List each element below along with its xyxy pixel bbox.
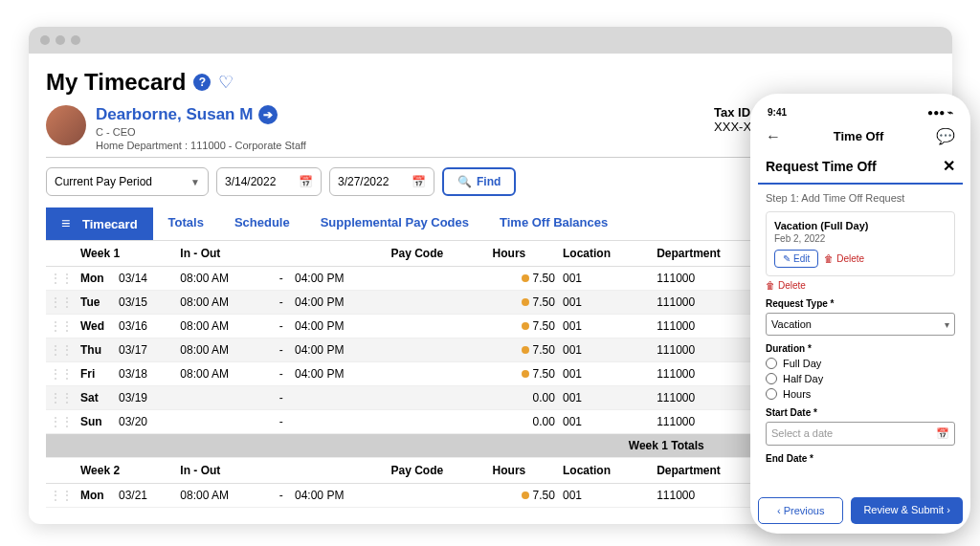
radio-icon: [766, 358, 777, 369]
start-date-input[interactable]: 3/14/2022 📅: [216, 167, 322, 196]
phone-heading: Request Time Off: [766, 159, 877, 174]
close-icon[interactable]: ✕: [943, 157, 955, 175]
tab-totals[interactable]: Totals: [153, 207, 219, 240]
trash-icon: 🗑: [766, 280, 775, 291]
window-chrome: [29, 27, 952, 54]
col-paycode: Pay Code: [388, 241, 489, 267]
col-week2: Week 2: [77, 458, 176, 484]
duration-option-hours[interactable]: Hours: [766, 388, 955, 400]
duration-label: Duration *: [766, 343, 955, 354]
tab-timecard[interactable]: Timecard: [46, 207, 153, 240]
find-button[interactable]: 🔍 Find: [442, 167, 516, 196]
help-icon[interactable]: ?: [193, 74, 211, 91]
employee-role: C - CEO: [96, 126, 704, 138]
window-dot: [40, 35, 50, 45]
calendar-icon: 📅: [412, 175, 426, 188]
duration-option-halfday[interactable]: Half Day: [766, 373, 955, 384]
request-type-label: Request Type *: [766, 298, 955, 309]
tab-supplemental[interactable]: Supplemental Pay Codes: [305, 207, 484, 240]
phone-status-bar: 9:41 ●●● ⌁: [758, 103, 963, 121]
phone-screen-title: Time Off: [834, 129, 884, 143]
search-icon: 🔍: [457, 175, 472, 188]
duration-option-fullday[interactable]: Full Day: [766, 358, 955, 369]
tab-schedule[interactable]: Schedule: [219, 207, 305, 240]
tab-balances[interactable]: Time Off Balances: [484, 207, 623, 240]
previous-button[interactable]: ‹ Previous: [758, 497, 843, 524]
drag-handle-icon[interactable]: ⋮⋮: [46, 315, 77, 339]
calendar-icon: 📅: [936, 427, 949, 440]
delete-all-link[interactable]: 🗑Delete: [766, 280, 955, 291]
radio-icon: [766, 388, 777, 400]
window-dot: [56, 35, 65, 45]
trash-icon: 🗑: [824, 253, 834, 264]
pencil-icon: ✎: [783, 253, 791, 264]
col-location: Location: [559, 241, 653, 267]
start-date-field[interactable]: Select a date📅: [766, 422, 955, 446]
drag-handle-icon[interactable]: ⋮⋮: [46, 291, 77, 315]
drag-handle-icon[interactable]: ⋮⋮: [46, 386, 77, 410]
signal-icon: ●●● ⌁: [927, 107, 953, 118]
end-date-label: End Date *: [766, 453, 955, 464]
radio-icon: [766, 373, 777, 384]
avatar: [46, 105, 86, 145]
employee-dept: Home Department : 111000 - Corporate Sta…: [96, 140, 704, 151]
end-date-value: 3/27/2022: [338, 175, 389, 188]
pay-period-value: Current Pay Period: [55, 175, 152, 188]
col-week: Week 1: [77, 241, 176, 267]
drag-handle-icon[interactable]: ⋮⋮: [46, 410, 77, 434]
review-submit-button[interactable]: Review & Submit ›: [851, 497, 963, 524]
next-employee-icon[interactable]: ➔: [258, 105, 278, 124]
chat-icon[interactable]: 💬: [936, 127, 955, 145]
employee-name: Dearborne, Susan M: [96, 105, 253, 124]
col-inout: In - Out: [176, 241, 387, 267]
menu-icon: [61, 215, 75, 232]
card-date: Feb 2, 2022: [774, 233, 947, 244]
request-type-select[interactable]: Vacation▾: [766, 313, 955, 336]
edit-button[interactable]: ✎Edit: [774, 250, 818, 268]
start-date-value: 3/14/2022: [225, 175, 276, 188]
chevron-down-icon: ▾: [945, 319, 949, 330]
delete-link[interactable]: 🗑Delete: [824, 253, 864, 264]
drag-handle-icon[interactable]: ⋮⋮: [46, 484, 77, 508]
back-icon[interactable]: ←: [766, 128, 781, 145]
end-date-input[interactable]: 3/27/2022 📅: [329, 167, 434, 196]
drag-handle-icon[interactable]: ⋮⋮: [46, 362, 77, 386]
pay-period-select[interactable]: Current Pay Period ▼: [46, 167, 209, 196]
phone-time: 9:41: [768, 107, 787, 118]
mobile-phone-mock: 9:41 ●●● ⌁ ← Time Off 💬 Request Time Off…: [750, 94, 970, 534]
drag-handle-icon[interactable]: ⋮⋮: [46, 339, 77, 362]
step-label: Step 1: Add Time Off Request: [766, 192, 955, 204]
chevron-down-icon: ▼: [190, 177, 200, 187]
find-label: Find: [477, 175, 501, 188]
page-title: My Timecard: [46, 69, 186, 96]
request-card: Vacation (Full Day) Feb 2, 2022 ✎Edit 🗑D…: [766, 211, 955, 276]
favorite-icon[interactable]: ♡: [218, 72, 234, 93]
window-dot: [71, 35, 80, 45]
week1-total-label: Week 1 Totals: [559, 434, 774, 458]
card-title: Vacation (Full Day): [774, 220, 947, 231]
drag-handle-icon[interactable]: ⋮⋮: [46, 267, 77, 291]
start-date-label: Start Date *: [766, 407, 955, 418]
col-hours: Hours: [489, 241, 559, 267]
calendar-icon: 📅: [299, 175, 313, 188]
